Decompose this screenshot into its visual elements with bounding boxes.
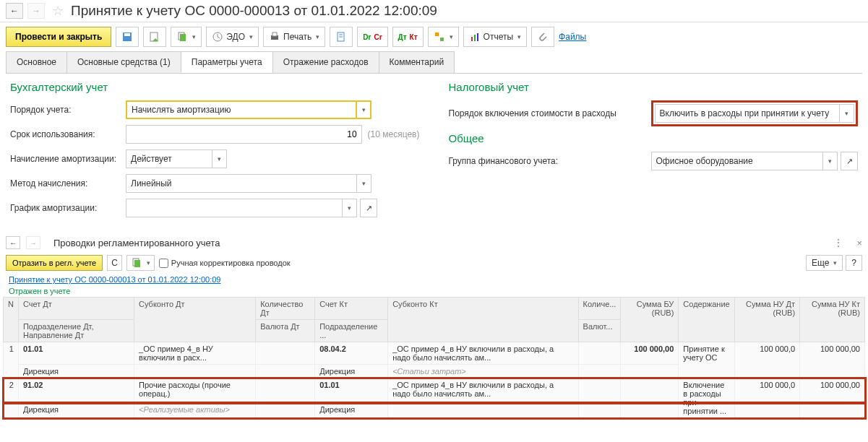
- term-field[interactable]: [126, 125, 362, 144]
- back-button[interactable]: ←: [6, 3, 23, 19]
- reflect-button[interactable]: Отразить в регл. учете: [6, 255, 103, 271]
- drcr-button[interactable]: DrCr: [357, 27, 387, 47]
- th-dt: Счет Дт: [18, 298, 134, 320]
- dtkt-button[interactable]: ДтКт: [392, 27, 424, 47]
- svg-rect-15: [477, 33, 478, 41]
- lower-copy[interactable]: [126, 255, 155, 271]
- entries-table: N Счет Дт Субконто Дт Количество Дт Счет…: [3, 297, 865, 418]
- attach-button[interactable]: [531, 27, 554, 47]
- save-button[interactable]: [116, 27, 139, 47]
- sched-dd[interactable]: ▾: [343, 199, 357, 217]
- lower-back[interactable]: ←: [6, 236, 20, 249]
- svg-rect-13: [471, 37, 473, 41]
- amort-dd[interactable]: ▾: [212, 150, 227, 168]
- svg-rect-11: [435, 32, 439, 36]
- tab-comment[interactable]: Комментарий: [379, 51, 455, 73]
- method-field[interactable]: Линейный: [126, 174, 357, 193]
- post-close-button[interactable]: Провести и закрыть: [6, 27, 111, 47]
- method-label: Метод начисления:: [10, 178, 126, 188]
- th-vkt: Валют...: [578, 320, 621, 342]
- help-button[interactable]: ?: [846, 255, 862, 271]
- lower-fwd[interactable]: →: [26, 236, 40, 249]
- reports-button[interactable]: Отчеты: [463, 27, 527, 47]
- order-dd[interactable]: ▾: [357, 100, 371, 119]
- fwd-button[interactable]: →: [27, 3, 45, 19]
- th-qkt: Количе...: [578, 298, 621, 320]
- svg-rect-17: [134, 260, 140, 267]
- th-kt: Счет Кт: [315, 298, 388, 320]
- page-title: Принятие к учету ОС 0000-000013 от 01.01…: [71, 3, 437, 19]
- status-text: Отражен в учете: [3, 285, 865, 297]
- amort-label: Начисление амортизации:: [10, 154, 126, 164]
- th-sum: Сумма БУ (RUB): [621, 298, 679, 342]
- th-n: N: [4, 298, 19, 342]
- sched-open[interactable]: ↗: [360, 199, 377, 217]
- acc-heading: Бухгалтерский учет: [10, 81, 420, 93]
- sched-label: График амортизации:: [10, 203, 126, 213]
- tab-params[interactable]: Параметры учета: [181, 51, 273, 73]
- incl-dd[interactable]: ▾: [840, 104, 854, 123]
- menu-icon[interactable]: ⋮: [833, 237, 843, 248]
- struct-button[interactable]: [428, 27, 459, 47]
- lower-title: Проводки регламентированного учета: [53, 238, 220, 248]
- refresh-button[interactable]: С: [107, 255, 122, 271]
- th-sub2: Подразделение ...: [315, 320, 388, 342]
- edo-button[interactable]: ЭДО: [206, 27, 259, 47]
- sched-field[interactable]: [126, 199, 343, 217]
- more-button[interactable]: Еще: [806, 255, 843, 271]
- group-label: Группа финансового учета:: [449, 156, 651, 166]
- th-qdt: Количество Дт: [256, 298, 315, 320]
- highlight-box: Включить в расходы при принятии к учету …: [651, 100, 859, 126]
- manual-checkbox[interactable]: Ручная корректировка проводок: [159, 259, 291, 268]
- svg-rect-12: [440, 38, 444, 41]
- order-label: Порядок учета:: [10, 105, 126, 115]
- doc-button[interactable]: [330, 27, 353, 47]
- svg-rect-4: [180, 34, 186, 41]
- group-open[interactable]: ↗: [841, 152, 858, 170]
- favorite-icon[interactable]: ☆: [52, 3, 64, 19]
- th-nudt: Сумма НУ Дт (RUB): [734, 298, 799, 342]
- close-icon[interactable]: ×: [856, 238, 862, 248]
- group-dd[interactable]: ▾: [823, 152, 838, 170]
- tabs: Основное Основные средства (1) Параметры…: [6, 51, 862, 74]
- th-cont: Содержание: [679, 298, 734, 342]
- common-heading: Общее: [449, 132, 859, 144]
- svg-rect-7: [272, 32, 277, 36]
- files-link[interactable]: Файлы: [559, 32, 586, 42]
- term-label: Срок использования:: [10, 129, 126, 139]
- tax-heading: Налоговый учет: [449, 81, 859, 93]
- copy-button[interactable]: [171, 27, 202, 47]
- th-sdt: Субконто Дт: [134, 298, 256, 342]
- incl-label: Порядок включения стоимости в расходы: [449, 108, 651, 118]
- tab-assets[interactable]: Основные средства (1): [66, 51, 181, 73]
- group-field[interactable]: Офисное оборудование: [651, 152, 824, 170]
- th-nukt: Сумма НУ Кт (RUB): [800, 298, 865, 342]
- order-field[interactable]: Начислять амортизацию: [126, 100, 357, 119]
- table-row[interactable]: 2 91.02Прочие расходы (прочие операц.) 0…: [4, 378, 865, 403]
- method-dd[interactable]: ▾: [357, 174, 371, 193]
- th-vdt: Валюта Дт: [256, 320, 315, 342]
- svg-rect-14: [474, 35, 476, 41]
- svg-rect-1: [124, 33, 130, 36]
- tab-expenses[interactable]: Отражение расходов: [272, 51, 379, 73]
- print-button[interactable]: Печать: [263, 27, 325, 47]
- amort-field[interactable]: Действует: [126, 150, 212, 168]
- tab-main[interactable]: Основное: [6, 51, 67, 73]
- breadcrumb[interactable]: Принятие к учету ОС 0000-000013 от 01.01…: [3, 274, 865, 285]
- th-sub1: Подразделение Дт, Направление Дт: [18, 320, 134, 342]
- table-row[interactable]: 1 01.01_ОС пример 4_в НУ включили в расх…: [4, 342, 865, 365]
- term-hint: (10 месяцев): [368, 129, 420, 139]
- th-skt: Субконто Кт: [388, 298, 578, 342]
- post-button[interactable]: [143, 27, 166, 47]
- incl-field[interactable]: Включить в расходы при принятии к учету: [655, 104, 841, 123]
